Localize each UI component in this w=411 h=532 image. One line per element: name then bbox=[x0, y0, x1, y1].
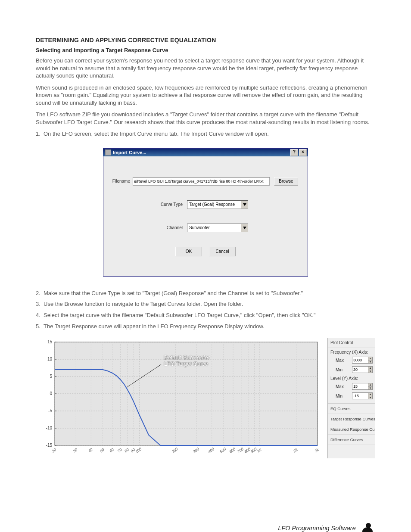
freq-min-input[interactable] bbox=[352, 366, 368, 373]
svg-text:-10: -10 bbox=[46, 426, 53, 430]
svg-text:-5: -5 bbox=[48, 408, 52, 413]
footer-title-line1: LFO Programming Software bbox=[42, 524, 355, 532]
svg-text:2k: 2k bbox=[292, 448, 299, 454]
filename-label: Filename bbox=[111, 179, 130, 184]
close-button[interactable]: × bbox=[299, 149, 307, 156]
measured-response-curves-item[interactable]: Measured Response Cur bbox=[328, 424, 375, 435]
svg-text:10: 10 bbox=[47, 357, 53, 361]
freq-axis-label: Frequency (X) Axis: bbox=[328, 348, 375, 355]
section-heading: DETERMINING AND APPLYING CORRECTIVE EQUA… bbox=[36, 37, 375, 44]
svg-text:100: 100 bbox=[134, 447, 142, 454]
step-2: 2. Make sure that the Curve Type is set … bbox=[36, 289, 375, 297]
step-number: 4. bbox=[36, 311, 44, 319]
step-number: 3. bbox=[36, 300, 44, 308]
step-number: 1. bbox=[36, 130, 44, 138]
svg-text:70: 70 bbox=[117, 448, 123, 454]
spinner-up-icon[interactable]: ▲ bbox=[368, 367, 372, 370]
step-4: 4. Select the target curve with the file… bbox=[36, 311, 375, 319]
frequency-response-plot: -15-10-505101520304050607080901002003004… bbox=[36, 338, 328, 458]
import-curve-dialog: Import Curve... ? × Filename Browse Curv… bbox=[103, 148, 308, 277]
ok-button[interactable]: OK bbox=[175, 247, 202, 256]
step-1: 1. On the LFO screen, select the Import … bbox=[36, 130, 375, 138]
svg-marker-1 bbox=[243, 227, 246, 229]
svg-text:400: 400 bbox=[207, 447, 215, 454]
svg-text:15: 15 bbox=[47, 339, 53, 344]
step-number: 2. bbox=[36, 289, 44, 297]
max-label: Max bbox=[330, 384, 350, 389]
plot-control-title: Plot Control bbox=[328, 338, 375, 348]
spinner-down-icon[interactable]: ▼ bbox=[368, 396, 372, 399]
curve-type-label: Curve Type bbox=[111, 202, 183, 207]
svg-text:-15: -15 bbox=[46, 443, 53, 448]
svg-marker-0 bbox=[243, 203, 246, 206]
svg-text:1k: 1k bbox=[256, 448, 262, 454]
chevron-down-icon bbox=[241, 201, 248, 208]
curve-type-select[interactable]: Target (Goal) Response bbox=[187, 200, 248, 209]
svg-text:3k: 3k bbox=[314, 448, 320, 454]
step-number: 5. bbox=[36, 323, 44, 330]
step-text: Select the target curve with the filenam… bbox=[44, 311, 375, 319]
logo-icon bbox=[362, 523, 374, 532]
dialog-titlebar[interactable]: Import Curve... ? × bbox=[103, 149, 308, 156]
curve-type-value: Target (Goal) Response bbox=[187, 202, 241, 207]
level-axis-label: Level (Y) Axis: bbox=[328, 374, 375, 382]
target-response-curves-item[interactable]: Target Response Curves bbox=[328, 414, 375, 424]
plot-control-panel: Plot Control Frequency (X) Axis: Max ▲▼ … bbox=[327, 338, 375, 458]
paragraph: The LFO software ZIP file you downloaded… bbox=[36, 111, 375, 126]
svg-text:0: 0 bbox=[50, 391, 52, 396]
browse-button[interactable]: Browse bbox=[274, 177, 298, 186]
svg-text:500: 500 bbox=[219, 447, 227, 454]
min-label: Min bbox=[330, 367, 350, 372]
paragraph: Before you can correct your system's res… bbox=[36, 57, 375, 80]
spinner-up-icon[interactable]: ▲ bbox=[368, 393, 372, 396]
step-3: 3. Use the Browse function to navigate t… bbox=[36, 300, 375, 308]
step-text: Make sure that the Curve Type is set to … bbox=[44, 289, 375, 297]
svg-text:20: 20 bbox=[50, 448, 57, 454]
sub-heading: Selecting and importing a Target Respons… bbox=[36, 47, 375, 53]
spinner-down-icon[interactable]: ▼ bbox=[368, 387, 372, 390]
step-text: The Target Response curve will appear in… bbox=[44, 323, 375, 330]
spinner-down-icon[interactable]: ▼ bbox=[368, 361, 372, 364]
svg-text:Default Subwoofer: Default Subwoofer bbox=[164, 354, 210, 361]
dialog-title: Import Curve... bbox=[113, 150, 290, 155]
max-label: Max bbox=[330, 358, 350, 363]
spinner-up-icon[interactable]: ▲ bbox=[368, 357, 372, 361]
step-5: 5. The Target Response curve will appear… bbox=[36, 323, 375, 330]
svg-text:5: 5 bbox=[50, 374, 52, 379]
svg-text:80: 80 bbox=[124, 448, 130, 454]
filename-input[interactable] bbox=[133, 177, 270, 186]
svg-text:200: 200 bbox=[171, 447, 179, 454]
paragraph: When sound is produced in an enclosed sp… bbox=[36, 84, 375, 107]
eq-curves-header: EQ Curves bbox=[328, 404, 375, 414]
svg-text:50: 50 bbox=[99, 448, 105, 454]
svg-text:LFO Target Curve: LFO Target Curve bbox=[164, 361, 208, 367]
help-button[interactable]: ? bbox=[290, 149, 298, 156]
level-max-input[interactable] bbox=[352, 383, 368, 390]
level-min-input[interactable] bbox=[352, 392, 368, 399]
difference-curves-item[interactable]: Difference Curves bbox=[328, 435, 375, 445]
svg-text:600: 600 bbox=[228, 447, 236, 454]
svg-text:40: 40 bbox=[87, 448, 93, 454]
svg-text:60: 60 bbox=[109, 448, 115, 454]
spinner-down-icon[interactable]: ▼ bbox=[368, 370, 372, 373]
brand-logo: REVEL bbox=[362, 523, 375, 532]
channel-select[interactable]: Subwoofer bbox=[187, 224, 248, 232]
freq-max-input[interactable] bbox=[352, 357, 368, 364]
spinner-up-icon[interactable]: ▲ bbox=[368, 383, 372, 387]
step-text: On the LFO screen, select the Import Cur… bbox=[44, 130, 375, 138]
svg-text:300: 300 bbox=[192, 447, 200, 454]
min-label: Min bbox=[330, 394, 350, 398]
svg-text:30: 30 bbox=[72, 448, 78, 454]
channel-value: Subwoofer bbox=[187, 225, 241, 230]
cancel-button[interactable]: Cancel bbox=[209, 247, 236, 256]
app-icon bbox=[105, 149, 111, 156]
step-text: Use the Browse function to navigate to t… bbox=[44, 300, 375, 308]
chevron-down-icon bbox=[241, 224, 248, 232]
channel-label: Channel bbox=[111, 225, 183, 230]
